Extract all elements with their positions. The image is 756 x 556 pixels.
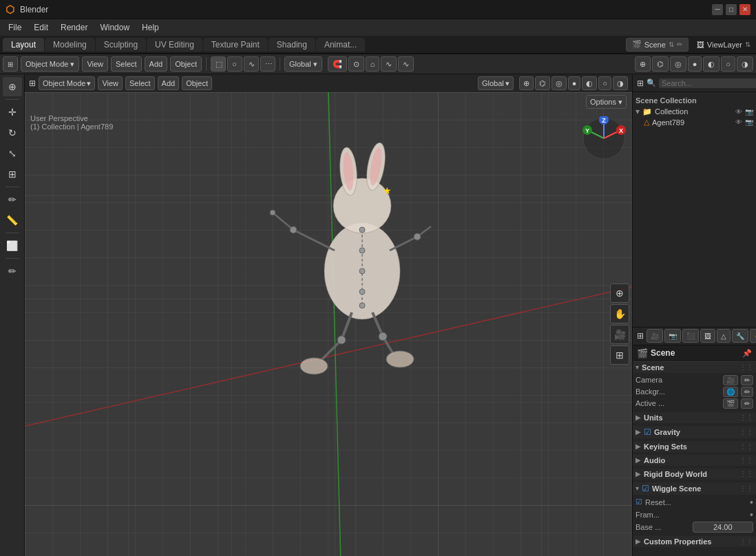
maximize-button[interactable]: □ bbox=[726, 4, 737, 15]
viewport-add-btn[interactable]: Add bbox=[158, 76, 180, 90]
add-cube-tool[interactable]: ⬜ bbox=[3, 236, 22, 255]
object-btn[interactable]: Object bbox=[170, 56, 202, 72]
vp-camera-btn[interactable]: 🎥 bbox=[610, 325, 629, 344]
overlay-btn[interactable]: ⌬ bbox=[652, 56, 669, 72]
circle-select-btn[interactable]: ○ bbox=[227, 56, 242, 72]
viewport-object-mode[interactable]: Object Mode ▾ bbox=[39, 76, 95, 90]
camera-edit-btn[interactable]: ✏ bbox=[741, 375, 753, 385]
scene-props-pin[interactable]: 📌 bbox=[742, 349, 752, 358]
annotate-tool[interactable]: ✏ bbox=[3, 190, 22, 209]
measure-tool[interactable]: 📏 bbox=[3, 211, 22, 230]
close-button[interactable]: ✕ bbox=[739, 4, 750, 15]
vp-eevee-btn[interactable]: ◑ bbox=[613, 76, 628, 90]
view-layer-context-btn[interactable]: 🖼 bbox=[700, 329, 715, 343]
minimize-button[interactable]: ─ bbox=[712, 4, 723, 15]
vp-xray-btn[interactable]: ◎ bbox=[552, 76, 567, 90]
modifier-context-btn[interactable]: 🔧 bbox=[732, 329, 748, 343]
xray-btn[interactable]: ◎ bbox=[670, 56, 686, 72]
scene-section-toggle[interactable]: ▾ Scene ⋮⋮ bbox=[633, 362, 756, 373]
tab-modeling[interactable]: Modeling bbox=[45, 38, 95, 52]
viewport-shade-eevee[interactable]: ◑ bbox=[737, 56, 753, 72]
rotate-tool[interactable]: ↻ bbox=[3, 123, 22, 142]
viewport-shade-material[interactable]: ◐ bbox=[703, 56, 720, 72]
more-btn[interactable]: ⋯ bbox=[260, 56, 275, 72]
gizmo-toggle-btn[interactable]: ⊕ bbox=[635, 56, 651, 72]
collection-eye-icon[interactable]: 👁 bbox=[735, 108, 742, 116]
move-tool[interactable]: ✛ bbox=[3, 103, 22, 122]
menu-help[interactable]: Help bbox=[136, 21, 165, 34]
rigid-body-world-toggle[interactable]: ▶ Rigid Body World ⋮⋮ bbox=[633, 469, 756, 480]
object-mode-dropdown[interactable]: Object Mode ▾ bbox=[21, 56, 79, 72]
tab-layout[interactable]: Layout bbox=[3, 38, 44, 52]
camera-picker-btn[interactable]: 🎥 bbox=[723, 375, 738, 385]
menu-edit[interactable]: Edit bbox=[28, 21, 54, 34]
tab-shading[interactable]: Shading bbox=[269, 38, 315, 52]
navigation-gizmo[interactable]: Z X Y bbox=[582, 116, 627, 161]
box-select-btn[interactable]: ⬚ bbox=[211, 56, 226, 72]
vp-material-btn[interactable]: ◐ bbox=[582, 76, 597, 90]
outliner-agent789-item[interactable]: △ Agent789 👁 📷 bbox=[636, 117, 753, 127]
wave-btn[interactable]: ∿ bbox=[398, 56, 414, 72]
viewport-shade-rendered[interactable]: ○ bbox=[721, 56, 735, 72]
gravity-checkbox[interactable]: ☑ bbox=[644, 427, 651, 437]
magnet-btn[interactable]: 🧲 bbox=[328, 56, 347, 72]
tab-texture-paint[interactable]: Texture Paint bbox=[203, 38, 268, 52]
units-section-toggle[interactable]: ▶ Units ⋮⋮ bbox=[633, 412, 756, 423]
custom-props-toggle[interactable]: ▶ Custom Properties ⋮⋮ bbox=[633, 536, 756, 547]
menu-render[interactable]: Render bbox=[55, 21, 93, 34]
paint-tool[interactable]: ✏ bbox=[3, 261, 22, 281]
output-context-btn[interactable]: ⬛ bbox=[682, 329, 699, 343]
physics-context-btn[interactable]: ⚡ bbox=[750, 329, 756, 343]
options-button[interactable]: Options ▾ bbox=[586, 95, 627, 109]
outliner-search-input[interactable] bbox=[659, 78, 756, 88]
background-picker-btn[interactable]: 🌐 bbox=[723, 387, 738, 397]
proportional-btn[interactable]: ⊙ bbox=[348, 56, 364, 72]
wiggle-checkbox[interactable]: ☑ bbox=[642, 484, 649, 493]
tab-uv-editing[interactable]: UV Editing bbox=[147, 38, 202, 52]
vp-overlay-btn[interactable]: ⌬ bbox=[535, 76, 550, 90]
transform-extra-btn[interactable]: ⌂ bbox=[366, 56, 380, 72]
vp-solid-btn[interactable]: ● bbox=[568, 76, 581, 90]
viewport-canvas[interactable]: ★ User Perspective (1) Collection | Agen… bbox=[25, 92, 632, 556]
scale-tool[interactable]: ⤡ bbox=[3, 144, 22, 163]
vp-zoom-btn[interactable]: ⊕ bbox=[610, 284, 629, 303]
global-dropdown[interactable]: Global ▾ bbox=[284, 56, 322, 72]
lasso-select-btn[interactable]: ∿ bbox=[244, 56, 259, 72]
menu-window[interactable]: Window bbox=[94, 21, 135, 34]
add-btn[interactable]: Add bbox=[145, 56, 168, 72]
transform-tool[interactable]: ⊞ bbox=[3, 164, 22, 184]
collection-camera-icon[interactable]: 📷 bbox=[745, 108, 753, 116]
wiggle-reset-checkbox[interactable]: ☑ bbox=[636, 498, 642, 506]
keying-sets-toggle[interactable]: ▶ Keying Sets ⋮⋮ bbox=[633, 441, 756, 452]
render-context-btn[interactable]: 📷 bbox=[664, 329, 681, 343]
viewport-3d[interactable]: ⊞ Object Mode ▾ View Select Add Object bbox=[25, 74, 632, 556]
agent-camera-icon[interactable]: 📷 bbox=[745, 118, 753, 126]
vp-pan-btn[interactable]: ✋ bbox=[610, 304, 629, 323]
view-btn[interactable]: View bbox=[82, 56, 108, 72]
agent-eye-icon[interactable]: 👁 bbox=[735, 118, 742, 126]
select-btn[interactable]: Select bbox=[111, 56, 142, 72]
vp-render-btn[interactable]: ○ bbox=[598, 76, 611, 90]
vp-grid-btn[interactable]: ⊞ bbox=[610, 345, 629, 365]
wiggle-scene-toggle[interactable]: ▾ ☑ Wiggle Scene ⋮⋮ bbox=[633, 482, 756, 495]
tab-sculpting[interactable]: Sculpting bbox=[96, 38, 146, 52]
falloff-btn[interactable]: ∿ bbox=[381, 56, 397, 72]
viewport-select-btn[interactable]: Select bbox=[125, 76, 155, 90]
tab-animation[interactable]: Animat... bbox=[316, 38, 365, 52]
viewport-global-btn[interactable]: Global ▾ bbox=[478, 76, 514, 90]
menu-file[interactable]: File bbox=[3, 21, 27, 34]
audio-section-toggle[interactable]: ▶ Audio ⋮⋮ bbox=[633, 455, 756, 466]
viewport-mode-btn[interactable]: ⊞ bbox=[3, 56, 18, 72]
viewport-options-btn[interactable]: Options ▾ bbox=[586, 95, 627, 109]
outliner-collection-item[interactable]: ▾ 📁 Collection 👁 📷 bbox=[636, 106, 753, 117]
viewport-object-btn[interactable]: Object bbox=[182, 76, 212, 90]
view-layer-selector[interactable]: 🖼 ViewLayer ⇅ bbox=[691, 38, 756, 52]
vp-gizmo-btn[interactable]: ⊕ bbox=[519, 76, 534, 90]
background-edit-btn[interactable]: ✏ bbox=[741, 387, 753, 397]
active-edit-btn[interactable]: ✏ bbox=[741, 398, 753, 409]
gravity-section-toggle[interactable]: ▶ ☑ Gravity ⋮⋮ bbox=[633, 426, 756, 438]
scene-context-btn[interactable]: 🎥 bbox=[647, 329, 663, 343]
base-value-input[interactable]: 24.00 bbox=[693, 522, 754, 533]
cursor-tool[interactable]: ⊕ bbox=[3, 77, 22, 96]
viewport-shade-solid[interactable]: ● bbox=[688, 56, 702, 72]
